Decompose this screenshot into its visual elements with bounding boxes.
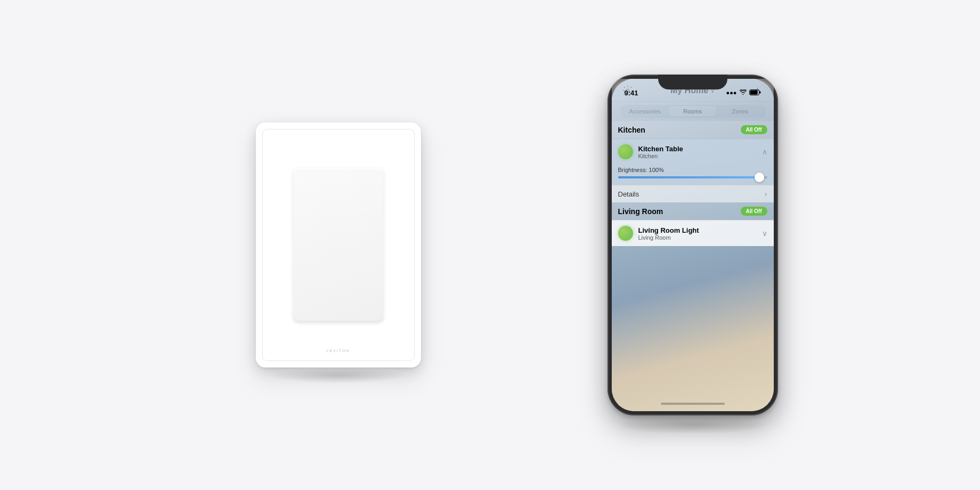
living-room-name: Living Room bbox=[618, 207, 663, 216]
details-row[interactable]: Details › bbox=[612, 185, 774, 202]
details-chevron-icon: › bbox=[765, 190, 767, 198]
living-room-light-row[interactable]: Living Room Light Living Room ∨ bbox=[618, 226, 767, 241]
brightness-label: Brightness: 100% bbox=[618, 167, 767, 173]
kitchen-room-name: Kitchen bbox=[618, 126, 645, 134]
living-room-light-status-dot bbox=[618, 226, 633, 241]
room-living-room: Living Room All Off Living Room Light bbox=[612, 202, 774, 246]
phone-body: 9:41 ●●● bbox=[608, 75, 778, 415]
brightness-control: Brightness: 100% bbox=[612, 165, 774, 185]
switch-plate: LEVITON bbox=[256, 123, 421, 368]
living-room-all-off-button[interactable]: All Off bbox=[741, 207, 767, 216]
kitchen-table-expand-icon[interactable]: ∧ bbox=[762, 148, 767, 156]
svg-rect-1 bbox=[750, 90, 757, 94]
kitchen-table-location: Kitchen bbox=[638, 153, 683, 159]
svg-rect-2 bbox=[759, 91, 761, 93]
phone-drop-shadow bbox=[618, 415, 767, 434]
brightness-slider[interactable] bbox=[618, 176, 767, 178]
battery-icon bbox=[749, 89, 761, 96]
kitchen-all-off-button[interactable]: All Off bbox=[741, 125, 767, 134]
phone-screen: 9:41 ●●● bbox=[612, 79, 774, 411]
light-switch: LEVITON bbox=[256, 123, 421, 368]
slider-thumb[interactable] bbox=[755, 173, 764, 182]
rooms-scroll-area[interactable]: Kitchen All Off Kitchen Table Kitche bbox=[612, 121, 774, 400]
switch-rocker[interactable] bbox=[293, 168, 384, 322]
living-room-light-expand-icon[interactable]: ∨ bbox=[762, 229, 767, 238]
slider-fill bbox=[618, 176, 758, 178]
kitchen-table-left: Kitchen Table Kitchen bbox=[618, 144, 683, 159]
kitchen-table-device: Kitchen Table Kitchen ∧ bbox=[612, 138, 774, 165]
living-room-light-location: Living Room bbox=[638, 234, 699, 241]
signal-icon: ●●● bbox=[726, 89, 737, 96]
kitchen-room-header: Kitchen All Off bbox=[612, 121, 774, 138]
switch-brand-label: LEVITON bbox=[327, 349, 350, 353]
wifi-icon bbox=[740, 89, 747, 96]
kitchen-table-row[interactable]: Kitchen Table Kitchen ∧ bbox=[618, 144, 767, 159]
room-kitchen: Kitchen All Off Kitchen Table Kitche bbox=[612, 121, 774, 202]
main-scene: LEVITON 9:41 ●●● bbox=[171, 27, 810, 463]
living-room-light-name: Living Room Light bbox=[638, 226, 699, 234]
status-time: 9:41 bbox=[625, 89, 638, 97]
phone: 9:41 ●●● bbox=[608, 75, 778, 415]
details-label: Details bbox=[618, 190, 639, 198]
living-room-header: Living Room All Off bbox=[612, 202, 774, 220]
living-room-light-left: Living Room Light Living Room bbox=[618, 226, 699, 241]
living-room-light-info: Living Room Light Living Room bbox=[638, 226, 699, 241]
kitchen-table-name: Kitchen Table bbox=[638, 145, 683, 153]
living-room-light-device: Living Room Light Living Room ∨ bbox=[612, 220, 774, 246]
home-indicator bbox=[661, 403, 725, 405]
kitchen-table-info: Kitchen Table Kitchen bbox=[638, 145, 683, 159]
phone-notch bbox=[658, 75, 727, 89]
switch-drop-shadow bbox=[269, 368, 408, 383]
status-icons: ●●● bbox=[726, 89, 761, 96]
kitchen-table-status-dot bbox=[618, 144, 633, 159]
